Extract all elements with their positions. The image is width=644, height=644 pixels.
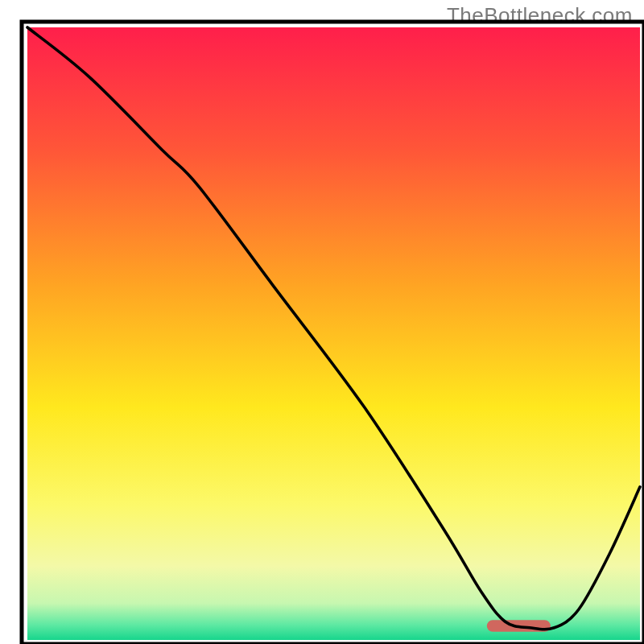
plot-gradient-background: [27, 27, 640, 640]
chart-frame: TheBottleneck.com: [0, 0, 644, 644]
bottleneck-plot: [0, 0, 644, 644]
